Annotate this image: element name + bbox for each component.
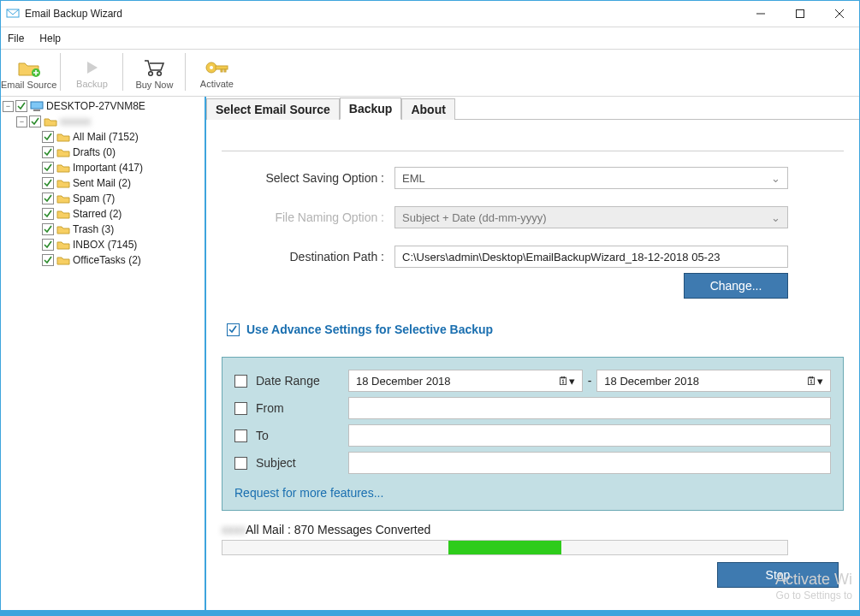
tree-node-folder[interactable]: All Mail (7152) (1, 129, 205, 145)
folder-icon (56, 224, 70, 234)
svg-rect-14 (33, 110, 40, 111)
checkbox[interactable] (15, 100, 27, 112)
destination-path-input[interactable]: C:\Users\admin\Desktop\EmailBackupWizard… (394, 246, 788, 268)
more-features-link[interactable]: Request for more features... (234, 486, 383, 500)
to-checkbox[interactable] (234, 429, 247, 442)
tree-node-folder[interactable]: Starred (2) (1, 206, 205, 222)
status-text: xxxxAll Mail : 870 Messages Converted (222, 523, 844, 536)
calendar-icon: 🗓︎▾ (806, 375, 823, 388)
from-checkbox[interactable] (234, 402, 247, 415)
folder-icon (17, 58, 41, 80)
folder-label: Starred (2) (73, 206, 122, 222)
checkbox[interactable] (42, 146, 54, 158)
subject-label: Subject (256, 456, 348, 470)
menu-help[interactable]: Help (39, 33, 61, 44)
folder-icon (56, 132, 70, 142)
checkbox[interactable] (42, 131, 54, 143)
destination-path-label: Destination Path : (222, 250, 384, 264)
svg-point-6 (149, 71, 153, 75)
tree-node-folder[interactable]: OfficeTasks (2) (1, 252, 205, 268)
tree-node-folder[interactable]: Trash (3) (1, 222, 205, 237)
folder-icon (56, 240, 70, 250)
app-icon (6, 6, 20, 22)
folder-icon (56, 193, 70, 204)
checkbox[interactable] (29, 116, 41, 127)
to-label: To (256, 429, 348, 442)
to-input[interactable] (348, 424, 831, 447)
advance-title: Use Advance Settings for Selective Backu… (246, 323, 493, 336)
computer-icon (30, 101, 44, 111)
folder-icon (56, 147, 70, 157)
tab-select-source[interactable]: Select Email Source (206, 98, 340, 120)
folder-label: Spam (7) (73, 191, 115, 206)
tab-about[interactable]: About (401, 98, 454, 120)
folder-label: Sent Mail (2) (73, 175, 131, 191)
folder-open-icon (44, 116, 57, 127)
collapse-icon[interactable]: − (16, 116, 27, 127)
progress-bar (222, 540, 788, 555)
folder-icon (56, 178, 70, 188)
date-to-picker[interactable]: 18 December 2018 🗓︎▾ (596, 370, 831, 392)
tree-node-folder[interactable]: Sent Mail (2) (1, 175, 205, 191)
change-button[interactable]: Change... (684, 273, 788, 299)
cart-icon (143, 58, 165, 80)
svg-point-9 (210, 66, 213, 69)
checkbox[interactable] (42, 192, 54, 204)
tree-node-folder[interactable]: Drafts (0) (1, 145, 205, 160)
collapse-icon[interactable]: − (3, 101, 14, 112)
calendar-icon: 🗓︎▾ (558, 375, 575, 388)
tree-node-folder[interactable]: Spam (7) (1, 191, 205, 206)
toolbar-activate[interactable]: Activate (189, 50, 244, 94)
file-naming-select: Subject + Date (dd-mm-yyyy) ⌄ (394, 206, 788, 228)
svg-point-7 (157, 71, 162, 75)
checkbox[interactable] (42, 177, 54, 189)
folder-label: All Mail (7152) (73, 129, 139, 145)
menu-bar: File Help (1, 27, 859, 50)
from-label: From (256, 401, 348, 415)
maximize-button[interactable] (780, 1, 820, 27)
folder-icon (56, 255, 70, 265)
date-range-label: Date Range (256, 374, 348, 388)
checkbox[interactable] (42, 208, 54, 220)
svg-rect-11 (224, 69, 226, 72)
toolbar-backup[interactable]: Backup (64, 50, 119, 94)
toolbar-buy-now[interactable]: Buy Now (127, 50, 181, 94)
advance-checkbox[interactable] (227, 323, 240, 336)
checkbox[interactable] (42, 254, 54, 266)
date-range-checkbox[interactable] (234, 375, 247, 388)
close-button[interactable] (820, 1, 859, 27)
minimize-button[interactable] (741, 1, 780, 27)
folder-label: INBOX (7145) (73, 237, 137, 252)
tree-node-folder[interactable]: INBOX (7145) (1, 237, 205, 252)
checkbox[interactable] (42, 223, 54, 235)
progress-fill (448, 541, 561, 554)
backup-panel: Select Saving Option : EML ⌄ File Naming… (206, 120, 859, 610)
saving-option-label: Select Saving Option : (222, 171, 384, 185)
folder-icon (56, 163, 70, 173)
checkbox[interactable] (42, 162, 54, 174)
tab-backup[interactable]: Backup (340, 98, 402, 120)
tree-node-account[interactable]: − xxxxxx (1, 114, 205, 129)
menu-file[interactable]: File (8, 33, 24, 44)
folder-tree[interactable]: − DESKTOP-27VNM8E − xxxxxx All Mail (715… (1, 97, 206, 610)
date-from-picker[interactable]: 18 December 2018 🗓︎▾ (348, 370, 583, 392)
subject-input[interactable] (348, 452, 831, 474)
saving-option-select[interactable]: EML ⌄ (394, 167, 788, 189)
file-naming-label: File Naming Option : (222, 210, 384, 224)
tree-node-folder[interactable]: Important (417) (1, 160, 205, 175)
svg-rect-10 (216, 66, 228, 69)
folder-label: Trash (3) (73, 222, 114, 237)
checkbox[interactable] (42, 239, 54, 251)
window-title: Email Backup Wizard (25, 8, 741, 20)
folder-icon (56, 209, 70, 219)
tree-node-root[interactable]: − DESKTOP-27VNM8E (1, 98, 205, 114)
title-bar: Email Backup Wizard (1, 1, 859, 27)
from-input[interactable] (348, 397, 831, 419)
toolbar-email-source[interactable]: Email Source (1, 50, 56, 94)
subject-checkbox[interactable] (234, 457, 247, 470)
toolbar: Email Source Backup Buy Now Activate (1, 50, 859, 97)
stop-button[interactable]: Stop (717, 562, 839, 588)
folder-label: Important (417) (73, 160, 143, 175)
folder-label: Drafts (0) (73, 145, 116, 160)
svg-rect-2 (797, 10, 804, 18)
